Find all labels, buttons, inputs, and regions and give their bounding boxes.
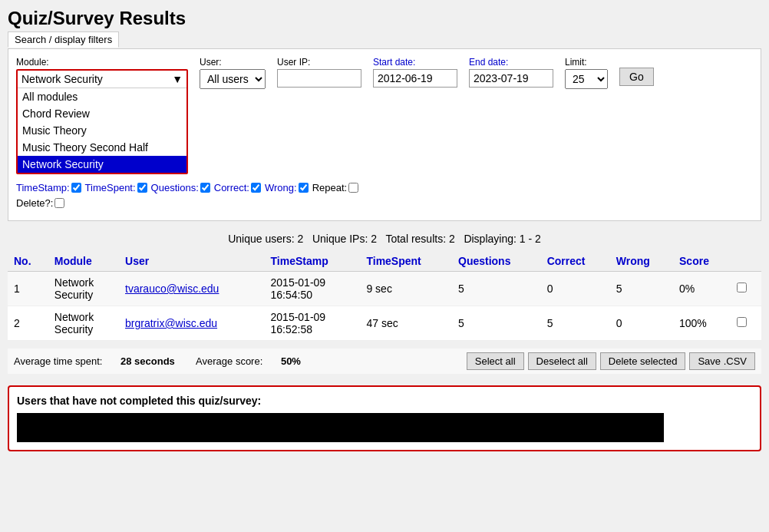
avg-score-label: Average score: (196, 355, 262, 367)
correct-checkbox-label: Correct: (214, 182, 249, 193)
questions-checkbox[interactable] (200, 183, 210, 193)
cell-timestamp: 2015-01-0916:54:50 (265, 272, 361, 306)
row-checkbox-2[interactable] (737, 317, 747, 327)
table-row: 1 NetworkSecurity tvarauco@wisc.edu 2015… (8, 272, 761, 306)
start-date-label: Start date: (373, 57, 457, 68)
correct-checkbox[interactable] (251, 183, 261, 193)
module-label: Module: (16, 57, 188, 68)
avg-time-label: Average time spent: (14, 355, 102, 367)
user-select[interactable]: All users (200, 69, 266, 89)
page-title: Quiz/Survey Results (8, 8, 761, 29)
col-checkbox (731, 251, 761, 272)
wrong-checkbox[interactable] (299, 183, 309, 193)
start-date-input[interactable] (373, 69, 457, 88)
col-timestamp: TimeStamp (265, 251, 361, 272)
wrong-checkbox-group: Wrong: (265, 182, 309, 193)
not-completed-section: Users that have not completed this quiz/… (8, 385, 761, 451)
limit-filter-group: Limit: 25 50 100 (565, 57, 608, 89)
wrong-checkbox-label: Wrong: (265, 182, 297, 193)
not-completed-title: Users that have not completed this quiz/… (17, 395, 752, 407)
go-button-group: x Go (619, 57, 654, 86)
module-option-music-theory-second[interactable]: Music Theory Second Half (18, 139, 186, 156)
module-wrapper: Network Security ▼ All modules Chord Rev… (16, 69, 188, 174)
displaying-stat: Displaying: 1 - 2 (464, 233, 540, 245)
timespent-checkbox[interactable] (137, 183, 147, 193)
cell-no: 1 (8, 272, 48, 306)
cell-wrong: 0 (610, 306, 673, 341)
col-module: Module (48, 251, 119, 272)
col-no: No. (8, 251, 48, 272)
questions-checkbox-group: Questions: (151, 182, 210, 193)
user-ip-input[interactable] (277, 69, 361, 88)
timespent-checkbox-label: TimeSpent: (85, 182, 136, 193)
deselect-all-button[interactable]: Deselect all (528, 352, 596, 370)
cell-timestamp: 2015-01-0916:52:58 (265, 306, 361, 341)
select-all-button[interactable]: Select all (467, 352, 524, 370)
cell-correct: 5 (541, 306, 610, 341)
module-filter-group: Module: Network Security ▼ All modules C… (16, 57, 188, 174)
bottom-buttons: Select all Deselect all Delete selected … (467, 352, 755, 370)
cell-module: NetworkSecurity (48, 306, 119, 341)
unique-ips-stat: Unique IPs: 2 (312, 233, 377, 245)
col-score: Score (673, 251, 731, 272)
module-dropdown: All modules Chord Review Music Theory Mu… (18, 88, 186, 173)
questions-checkbox-label: Questions: (151, 182, 199, 193)
col-timespent: TimeSpent (360, 251, 452, 272)
delete-selected-button[interactable]: Delete selected (600, 352, 686, 370)
col-user: User (119, 251, 265, 272)
timespent-checkbox-group: TimeSpent: (85, 182, 147, 193)
cell-score: 100% (673, 306, 731, 341)
limit-label: Limit: (565, 57, 608, 68)
col-questions: Questions (452, 251, 541, 272)
delete-row: Delete?: (16, 197, 753, 209)
cell-timespent: 47 sec (360, 306, 452, 341)
user-ip-label: User IP: (277, 57, 361, 68)
results-table: No. Module User TimeStamp TimeSpent Ques… (8, 251, 761, 341)
col-correct: Correct (541, 251, 610, 272)
cell-score: 0% (673, 272, 731, 306)
user-ip-filter-group: User IP: (277, 57, 361, 88)
repeat-checkbox[interactable] (348, 183, 358, 193)
chevron-down-icon: ▼ (172, 73, 183, 85)
cell-user: tvarauco@wisc.edu (119, 272, 265, 306)
filters-section: Module: Network Security ▼ All modules C… (8, 48, 761, 221)
cell-select (731, 306, 761, 341)
timestamp-checkbox[interactable] (71, 183, 81, 193)
end-date-filter-group: End date: (469, 57, 553, 88)
delete-checkbox-label: Delete?: (16, 197, 53, 209)
cell-questions: 5 (452, 272, 541, 306)
col-wrong: Wrong (610, 251, 673, 272)
timestamp-checkbox-label: TimeStamp: (16, 182, 70, 193)
cell-timespent: 9 sec (360, 272, 452, 306)
user-filter-group: User: All users (200, 57, 266, 89)
module-selected-value: Network Security (21, 73, 103, 85)
unique-users-stat: Unique users: 2 (228, 233, 303, 245)
delete-checkbox[interactable] (54, 198, 64, 208)
module-option-chord[interactable]: Chord Review (18, 105, 186, 122)
end-date-label: End date: (469, 57, 553, 68)
module-option-network[interactable]: Network Security (18, 156, 186, 173)
total-results-stat: Total results: 2 (385, 233, 454, 245)
module-option-all[interactable]: All modules (18, 88, 186, 105)
limit-select[interactable]: 25 50 100 (565, 69, 608, 89)
cell-questions: 5 (452, 306, 541, 341)
module-option-music-theory[interactable]: Music Theory (18, 122, 186, 139)
avg-time-value: 28 seconds (120, 355, 175, 367)
end-date-input[interactable] (469, 69, 553, 88)
filters-tab: Search / display filters (8, 31, 119, 48)
save-csv-button[interactable]: Save .CSV (689, 352, 755, 370)
row-checkbox-1[interactable] (737, 283, 747, 292)
timestamp-checkbox-group: TimeStamp: (16, 182, 81, 193)
bottom-row: Average time spent: 28 seconds Average s… (8, 349, 761, 374)
delete-checkbox-group: Delete?: (16, 197, 64, 209)
repeat-checkbox-group: Repeat: (312, 182, 359, 193)
cell-wrong: 5 (610, 272, 673, 306)
go-button[interactable]: Go (619, 68, 654, 86)
start-date-filter-group: Start date: (373, 57, 457, 88)
not-completed-content (17, 413, 664, 442)
cell-user: brgratrix@wisc.edu (119, 306, 265, 341)
avg-score-value: 50% (281, 355, 301, 367)
correct-checkbox-group: Correct: (214, 182, 261, 193)
repeat-checkbox-label: Repeat: (312, 182, 348, 193)
module-select-trigger[interactable]: Network Security ▼ (18, 71, 186, 88)
